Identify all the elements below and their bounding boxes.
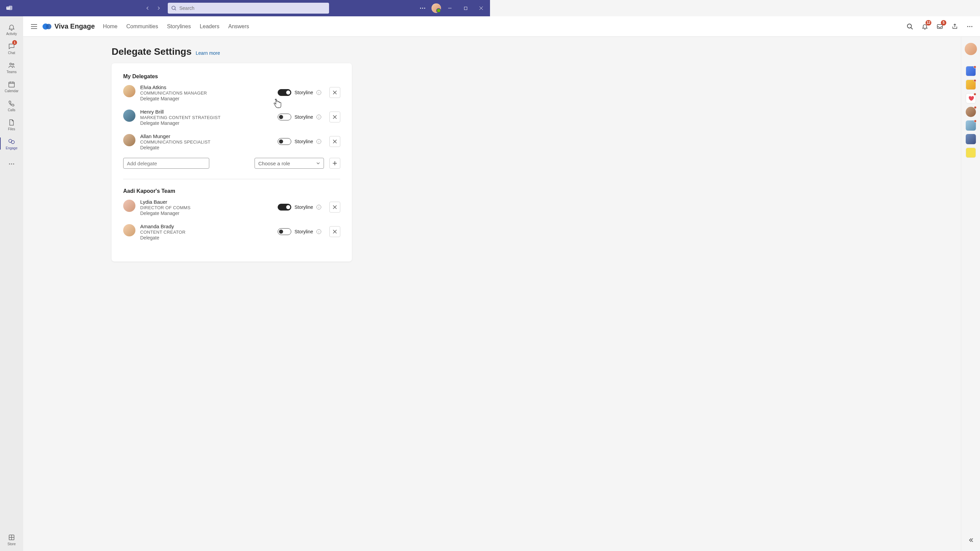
remove-delegate-button[interactable] (329, 226, 340, 237)
svg-point-12 (9, 164, 10, 165)
rail-teams[interactable]: Teams (0, 58, 23, 77)
viva-header: Viva Engage Home Communities Storylines … (23, 16, 490, 37)
rail-more[interactable] (0, 154, 23, 173)
delegate-name: Lydia Bauer (140, 199, 278, 205)
storyline-toggle[interactable] (278, 114, 291, 121)
storyline-toggle[interactable] (278, 138, 291, 145)
minimize-button[interactable] (443, 2, 457, 15)
nav-home[interactable]: Home (103, 24, 118, 30)
nav-storylines[interactable]: Storylines (167, 24, 191, 30)
avatar (123, 110, 135, 122)
rail-label: Files (8, 127, 15, 131)
search-input[interactable] (179, 5, 326, 11)
role-select-label: Choose a role (258, 160, 290, 166)
delegate-row: Allan Munger COMMUNICATIONS SPECIALIST D… (123, 133, 340, 150)
delegate-controls: Storyline i (278, 111, 340, 122)
delegate-job: COMMUNICATIONS SPECIALIST (140, 140, 278, 144)
add-delegate-button[interactable] (329, 158, 340, 169)
search-icon (171, 5, 177, 11)
delegate-role: Delegate (140, 235, 278, 240)
rail-chat[interactable]: 1 Chat (0, 39, 23, 58)
more-options-button[interactable] (416, 2, 430, 15)
app-rail: Activity 1 Chat Teams Calendar Calls Fil… (0, 16, 23, 275)
toggle-label: Storyline (295, 90, 313, 95)
add-delegate-input[interactable] (123, 158, 209, 169)
nav-back-button[interactable] (143, 3, 153, 13)
storyline-toggle[interactable] (278, 204, 291, 211)
toggle-label: Storyline (295, 229, 313, 234)
info-icon[interactable]: i (317, 90, 321, 95)
bell-icon (8, 23, 16, 31)
storyline-toggle[interactable] (278, 228, 291, 235)
content-area: Delegate Settings Learn more My Delegate… (23, 37, 490, 275)
delegate-role: Delegate Manager (140, 121, 278, 126)
nav-arrows (143, 3, 163, 13)
info-icon[interactable]: i (317, 114, 321, 119)
rail-files[interactable]: Files (0, 115, 23, 134)
page-heading: Delegate Settings Learn more (111, 46, 490, 57)
svg-point-13 (11, 164, 12, 165)
delegate-name: Allan Munger (140, 133, 278, 139)
page-title: Delegate Settings (111, 46, 192, 57)
people-icon (8, 61, 16, 69)
more-icon (8, 160, 16, 168)
delegates-card: My Delegates Elvia Atkins COMMUNICATIONS… (111, 63, 352, 262)
delegate-row: Henry Brill MARKETING CONTENT STRATEGIST… (123, 109, 340, 126)
rail-engage[interactable]: Engage (0, 134, 23, 153)
info-icon[interactable]: i (317, 205, 321, 210)
info-icon[interactable]: i (317, 139, 321, 144)
svg-point-17 (46, 24, 51, 29)
user-avatar[interactable] (431, 3, 441, 13)
close-button[interactable] (474, 2, 488, 15)
rail-calls[interactable]: Calls (0, 96, 23, 115)
delegate-row: Lydia Bauer DIRECTOR OF COMMS Delegate M… (123, 199, 340, 216)
svg-point-7 (10, 63, 12, 65)
hamburger-button[interactable] (29, 21, 40, 32)
maximize-button[interactable] (459, 2, 472, 15)
delegate-controls: Storyline i (278, 202, 340, 213)
remove-delegate-button[interactable] (329, 111, 340, 122)
delegate-info: Allan Munger COMMUNICATIONS SPECIALIST D… (140, 133, 278, 150)
add-delegate-row: Choose a role (123, 158, 340, 169)
chevron-down-icon (316, 161, 320, 165)
delegate-row: Elvia Atkins COMMUNICATIONS MANAGER Dele… (123, 84, 340, 102)
delegate-job: DIRECTOR OF COMMS (140, 205, 278, 210)
nav-leaders[interactable]: Leaders (200, 24, 220, 30)
svg-point-2 (172, 6, 175, 10)
delegate-name: Elvia Atkins (140, 84, 278, 90)
svg-point-3 (420, 8, 421, 9)
rail-calendar[interactable]: Calendar (0, 77, 23, 96)
storyline-toggle[interactable] (278, 89, 291, 96)
svg-rect-6 (464, 7, 467, 10)
rail-label: Engage (6, 146, 18, 150)
delegate-job: MARKETING CONTENT STRATEGIST (140, 115, 278, 120)
team-section-title: Aadi Kapoor's Team (123, 188, 340, 194)
toggle-label: Storyline (295, 205, 313, 210)
info-icon[interactable]: i (317, 229, 321, 234)
svg-point-11 (11, 140, 14, 143)
delegate-info: Lydia Bauer DIRECTOR OF COMMS Delegate M… (140, 199, 278, 216)
rail-label: Teams (6, 70, 16, 74)
delegate-row: Amanda Brady CONTENT CREATOR Delegate St… (123, 224, 340, 240)
delegate-info: Amanda Brady CONTENT CREATOR Delegate (140, 224, 278, 240)
search-box[interactable] (168, 3, 329, 14)
nav-answers[interactable]: Answers (228, 24, 249, 30)
viva-engage-logo-icon (42, 22, 52, 31)
role-select[interactable]: Choose a role (255, 158, 324, 169)
nav-forward-button[interactable] (154, 3, 163, 13)
remove-delegate-button[interactable] (329, 87, 340, 98)
nav-communities[interactable]: Communities (126, 24, 158, 30)
chat-badge: 1 (12, 40, 17, 45)
delegate-controls: Storyline i (278, 136, 340, 147)
learn-more-link[interactable]: Learn more (196, 50, 220, 56)
delegate-job: COMMUNICATIONS MANAGER (140, 91, 278, 95)
avatar (123, 134, 135, 146)
remove-delegate-button[interactable] (329, 202, 340, 213)
remove-delegate-button[interactable] (329, 136, 340, 147)
svg-point-8 (12, 63, 14, 65)
rail-activity[interactable]: Activity (0, 20, 23, 39)
delegate-job: CONTENT CREATOR (140, 230, 278, 235)
viva-title: Viva Engage (54, 22, 95, 30)
toggle-label: Storyline (295, 139, 313, 144)
teams-logo-icon: T (5, 3, 14, 13)
